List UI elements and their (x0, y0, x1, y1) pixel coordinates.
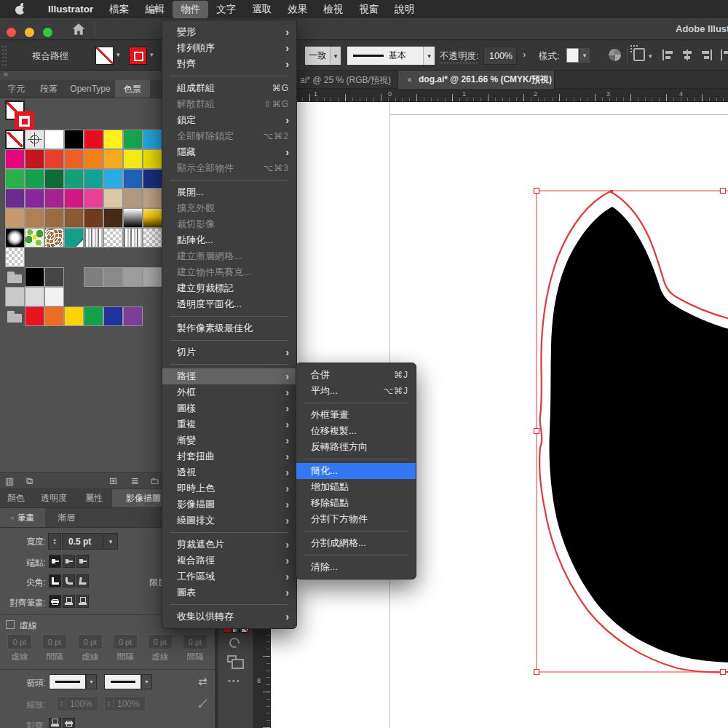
menu-item-split-into-grid[interactable]: 分割成網格... (296, 535, 416, 551)
arrowhead-start-dropdown[interactable] (49, 674, 86, 689)
menu-item-align[interactable]: 對齊› (162, 56, 296, 72)
swatch[interactable] (123, 228, 143, 248)
menu-item-expand[interactable]: 展開... (162, 184, 296, 200)
menu-item-group[interactable]: 組成群組⌘G (162, 80, 296, 96)
menu-item-join[interactable]: 合併⌘J (296, 367, 416, 383)
align-right-icon[interactable] (700, 50, 713, 60)
swatch[interactable] (25, 228, 44, 248)
stroke-color-swatch[interactable] (129, 47, 147, 65)
swatch[interactable] (143, 267, 162, 287)
swatch[interactable] (84, 169, 103, 189)
dash-field[interactable]: 0 pt (148, 634, 173, 649)
swatch[interactable] (84, 130, 103, 149)
swatch[interactable] (44, 267, 64, 287)
tab-stroke[interactable]: 筆畫 (0, 508, 45, 527)
menu-item-unlock-all[interactable]: 全部解除鎖定⌥⌘2 (162, 128, 296, 144)
swatch[interactable] (84, 149, 103, 169)
swatch[interactable] (64, 189, 84, 208)
menubar-type[interactable]: 文字 (208, 1, 244, 18)
gap-field[interactable]: 0 pt (183, 634, 207, 649)
swatch[interactable] (103, 169, 123, 189)
align-left-icon[interactable] (662, 50, 675, 60)
menu-item-text-wrap[interactable]: 繞圖排文› (162, 513, 296, 529)
menu-item-transform[interactable]: 變形› (162, 24, 296, 40)
graphic-style-dropdown-icon[interactable]: ▾ (579, 48, 590, 63)
panel-grip-icon[interactable] (2, 45, 7, 66)
horizontal-ruler[interactable]: 1 0 1 2 3 4 (271, 89, 728, 102)
menu-item-blend[interactable]: 漸變› (162, 432, 296, 448)
swatch[interactable] (5, 228, 25, 248)
fill-dropdown-icon[interactable]: ▾ (116, 51, 120, 58)
corner-miter-button[interactable] (49, 574, 61, 587)
swatch[interactable] (25, 306, 44, 326)
swatch-group-folder-icon[interactable] (5, 306, 25, 326)
menubar-window[interactable]: 視窗 (351, 1, 387, 18)
menubar-help[interactable]: 說明 (387, 1, 422, 18)
menu-item-live-paint[interactable]: 即時上色› (162, 480, 296, 496)
swatch[interactable] (5, 248, 25, 267)
align-stroke-outside-button[interactable] (76, 595, 89, 608)
swatch[interactable] (25, 208, 44, 228)
brush-dropdown-icon[interactable]: ▾ (423, 47, 435, 65)
swatch[interactable] (5, 149, 25, 169)
swatch[interactable] (103, 267, 123, 287)
swatch[interactable] (25, 267, 44, 287)
handle-mid-left[interactable] (534, 429, 539, 434)
arrowhead-end-dropdown-icon[interactable] (141, 674, 152, 689)
handle-bottom-mid[interactable] (721, 670, 726, 675)
edit-toolbar-ellipsis-icon[interactable]: ••• (228, 676, 241, 685)
swatch[interactable] (64, 130, 84, 149)
menu-item-graph[interactable]: 圖表› (162, 585, 296, 601)
swatch[interactable] (143, 208, 162, 228)
swatch[interactable] (103, 130, 123, 149)
swatch[interactable] (84, 189, 103, 208)
menu-item-arrange[interactable]: 排列順序› (162, 40, 296, 56)
swatch[interactable] (5, 189, 25, 208)
swatch[interactable] (123, 130, 143, 149)
draw-mode-icon[interactable] (227, 655, 237, 662)
swatch[interactable] (84, 208, 103, 228)
stroke-width-dropdown-icon[interactable] (103, 533, 118, 550)
gap-field[interactable]: 0 pt (113, 634, 138, 649)
swatch[interactable] (143, 169, 162, 189)
menu-item-envelope-distort[interactable]: 封套扭曲› (162, 448, 296, 464)
swatch[interactable] (103, 208, 123, 228)
menu-item-artboards[interactable]: 工作區域› (162, 569, 296, 585)
swatch[interactable] (123, 149, 143, 169)
swatch[interactable] (143, 149, 162, 169)
swatch-libraries-icon[interactable]: ▥ (5, 475, 14, 486)
tab-character[interactable]: 字元 (0, 80, 32, 98)
menu-item-compound-path[interactable]: 複合路徑› (162, 553, 296, 569)
menu-item-slice[interactable]: 切片› (162, 344, 296, 360)
tab-color[interactable]: 顏色 (0, 489, 32, 507)
corner-bevel-button[interactable] (76, 574, 89, 587)
opacity-value-field[interactable]: 100% (483, 47, 517, 65)
arrowhead-start-dropdown-icon[interactable] (86, 674, 97, 689)
tab-swatches[interactable]: 色票 (115, 80, 150, 98)
menu-item-reverse-path-direction[interactable]: 反轉路徑方向 (296, 439, 416, 455)
swatch[interactable] (44, 189, 64, 208)
menu-item-create-trim-marks[interactable]: 建立剪裁標記 (162, 280, 296, 296)
tab-transparency[interactable]: 透明度 (32, 489, 76, 507)
swatch[interactable] (44, 208, 64, 228)
tab-attributes[interactable]: 屬性 (76, 489, 112, 507)
swatch[interactable] (44, 306, 64, 326)
gap-field[interactable]: 0 pt (42, 634, 67, 649)
menu-item-offset-path[interactable]: 位移複製... (296, 423, 416, 439)
swatch[interactable] (123, 267, 143, 287)
menu-item-expand-appearance[interactable]: 擴充外觀 (162, 200, 296, 216)
menu-item-hide[interactable]: 隱藏› (162, 144, 296, 160)
swatch[interactable] (103, 228, 123, 248)
swatch[interactable] (123, 189, 143, 208)
menu-item-pattern[interactable]: 圖樣› (162, 400, 296, 416)
swatch-options-icon[interactable]: ≣ (131, 475, 139, 486)
swatch[interactable] (25, 189, 44, 208)
menu-item-show-all[interactable]: 顯示全部物件⌥⌘3 (162, 160, 296, 176)
swatch[interactable] (25, 149, 44, 169)
menu-item-path[interactable]: 路徑› (162, 368, 296, 384)
menu-item-crop-image[interactable]: 裁切影像 (162, 216, 296, 232)
home-icon[interactable] (71, 23, 86, 36)
swatch[interactable] (123, 169, 143, 189)
swatch-themes-icon[interactable]: ⧉ (26, 475, 33, 486)
swatch[interactable] (103, 149, 123, 169)
